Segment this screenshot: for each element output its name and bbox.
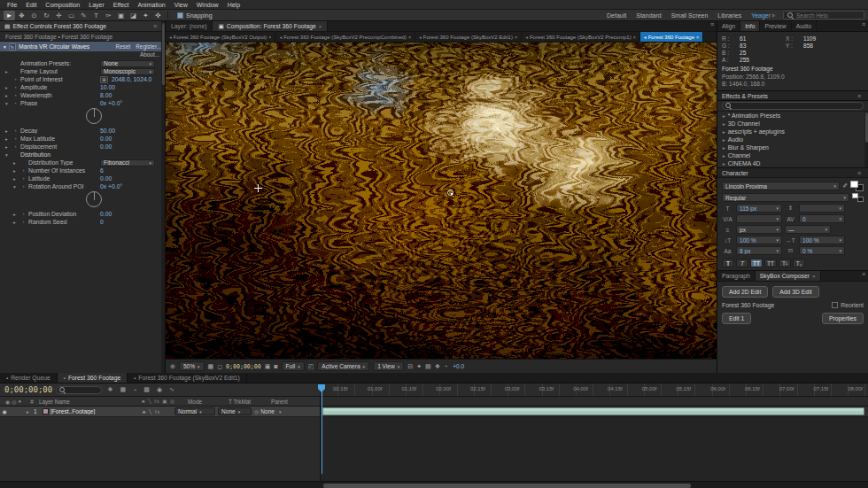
stroke-style-select[interactable]: —▾ [785,225,831,234]
twirl-icon[interactable]: ▸ [12,168,18,174]
effects-category-channel[interactable]: ▸Channel [717,151,868,159]
layer-switches[interactable]: ♣ ╲ fx [128,409,174,414]
panel-menu-icon[interactable]: ≡ [859,271,868,281]
effect-param-max-latitude[interactable]: ▸◔Max Latitude0.00 [0,135,165,143]
mask-visibility-icon[interactable]: ◻ [217,363,222,370]
menu-file[interactable]: File [3,2,21,8]
effect-param-animation-presets[interactable]: Animation Presets:None▾ [0,59,165,67]
layer-color-swatch[interactable] [43,408,49,414]
effect-param-random-seed[interactable]: ▸◔Random Seed0 [0,218,165,226]
panel-menu-icon[interactable]: ≡ [855,93,864,99]
current-time-display[interactable]: 0;00;00;00 [4,385,52,394]
pen-tool[interactable]: ✎ [78,11,89,20]
twirl-icon[interactable]: ▸ [723,129,725,135]
exposure-reset-icon[interactable]: ◔ [444,363,447,369]
tab-composition-viewer[interactable]: ▣ Composition: Forest 360 Footage × [213,21,328,31]
tab-preview[interactable]: Preview [760,21,791,31]
effect-param-latitude[interactable]: ▸◔Latitude0.00 [0,174,165,182]
eyedropper-icon[interactable]: ✐ [842,182,848,190]
stopwatch-icon[interactable]: ◔ [12,77,19,82]
close-tab-icon[interactable]: × [633,35,636,40]
timeline-tab-forest-360-footage-skyboxv2-edit1[interactable]: ▪Forest 360 Footage (SkyBoxV2 Edit1) [128,373,247,383]
effect-twirl-icon[interactable]: ▾ [4,44,6,50]
puppet-pin-tool[interactable]: ✜ [152,11,164,20]
draft-3d-icon[interactable]: ▦ [118,386,128,393]
layer-row[interactable]: ◉ ▸ 1 [Forest..Footage] ♣ ╲ fx Normal▾ N… [0,407,868,417]
effect-param-decay[interactable]: ▸◔Decay50.00 [0,127,165,135]
close-tab-icon[interactable]: × [319,24,322,29]
effect-param-rotation-around-poi[interactable]: ▾◔Rotation Around POI0x +0.0° [0,182,165,190]
menu-help[interactable]: Help [223,2,244,8]
effect-register-link[interactable]: Register... [136,43,161,50]
twirl-icon[interactable]: ▸ [723,153,725,159]
timeline-button-icon[interactable]: ▤ [425,363,431,370]
effects-presets-scrollbar[interactable] [864,112,868,167]
close-tab-icon[interactable]: × [408,35,411,40]
menu-effect[interactable]: Effect [109,2,134,8]
layer-list-empty-area[interactable] [0,417,321,481]
char-style-button-5[interactable]: T₁ [793,259,805,267]
time-ruler[interactable]: 00;15f01;00f01;15f02;00f02;15f03;00f03;1… [321,383,868,396]
workspace-standard[interactable]: Standard [636,12,661,19]
panel-menu-icon[interactable]: ≡ [855,170,864,176]
stopwatch-icon[interactable]: ◔ [12,128,19,134]
comp-mini-flowchart-icon[interactable]: ❖ [105,386,114,393]
char-style-button-3[interactable]: TT [764,259,777,267]
font-style-select[interactable]: Regular▾ [722,193,849,202]
effect-point-widget[interactable] [447,190,453,196]
timeline-horizontal-scrollbar[interactable] [0,481,868,488]
timeline-tab-forest-360-footage[interactable]: ▪Forest 360 Footage [58,373,128,383]
zoom-select[interactable]: 50%▾ [179,361,205,371]
font-family-select[interactable]: Lincoln Proxima▾ [722,182,840,190]
close-tab-icon[interactable]: × [268,35,271,40]
param-value[interactable]: 0.00 [100,136,112,142]
graph-editor-icon[interactable]: ∿ [167,386,176,393]
pickwhip-icon[interactable]: ◎ [254,408,259,414]
eraser-tool[interactable]: ◪ [128,11,139,20]
effect-header[interactable]: ▾ fx Mantra VR Circular Waves Reset Regi… [0,42,165,51]
twirl-icon[interactable]: ▸ [723,121,725,127]
param-value[interactable]: 0.00 [100,143,112,150]
param-value[interactable]: 8.00 [100,92,112,98]
stroke-width-select[interactable]: px▾ [736,225,782,234]
panel-menu-icon[interactable]: ≡ [708,21,717,31]
twirl-icon[interactable]: ▸ [4,136,10,142]
comp-tab-forest-360-footage-skyboxv2-precomp1[interactable]: ◂Forest 360 Footage (SkyBoxV2 Precomp1)× [522,32,640,42]
angle-dial-rotation-around-poi[interactable] [0,190,165,210]
reorient-checkbox[interactable] [832,302,838,308]
layer-duration-bar[interactable] [322,407,864,415]
twirl-icon[interactable]: ▸ [4,93,10,98]
effect-param-position-deviation[interactable]: ▸◔Position Deviation0.00 [0,210,165,218]
effect-param-point-of-interest[interactable]: ◔Point of Interest⊕2048.0, 1024.0 [0,75,165,83]
workspace-small-screen[interactable]: Small Screen [671,12,709,19]
search-help-box[interactable] [783,11,864,19]
menu-composition[interactable]: Composition [41,2,84,8]
timeline-tab-render-queue[interactable]: ▪Render Queue [0,373,58,383]
panel-menu-icon[interactable]: ≡ [151,23,159,29]
tab-info[interactable]: Info [740,21,760,31]
effects-category-blur-sharpen[interactable]: ▸Blur & Sharpen [717,143,868,151]
angle-dial-phase[interactable] [0,107,165,127]
properties-button[interactable]: Properties [822,313,864,324]
layer-visibility-toggle[interactable]: ◉ [0,408,9,414]
twirl-icon[interactable]: ▸ [12,176,18,182]
search-help-input[interactable] [796,12,858,19]
roto-brush-tool[interactable]: ✦ [140,11,151,20]
effects-presets-header[interactable]: Effects & Presets ≡ [717,91,868,101]
effect-reset-link[interactable]: Reset [116,43,131,50]
pan-behind-tool[interactable]: ✛ [53,11,65,20]
effect-param-phase[interactable]: ▾◔Phase0x +0.0° [0,99,165,107]
twirl-icon[interactable]: ▾ [4,101,10,106]
effect-param-amplitude[interactable]: ▸◔Amplitude10.00 [0,83,165,91]
stopwatch-icon[interactable]: ◔ [19,168,27,174]
menu-view[interactable]: View [170,2,192,8]
parent-column-header[interactable]: Parent [267,399,320,405]
twirl-icon[interactable]: ▾ [12,184,18,190]
workspace-overflow-icon[interactable]: » [771,12,775,19]
tsume-field[interactable]: 0 %▾ [799,246,845,255]
workspace-libraries[interactable]: Libraries [717,12,741,19]
char-style-button-1[interactable]: T [736,259,748,267]
char-style-button-4[interactable]: T¹ [779,259,791,267]
close-tab-icon[interactable]: × [812,274,816,279]
flowchart-icon[interactable]: ❖ [435,363,440,370]
